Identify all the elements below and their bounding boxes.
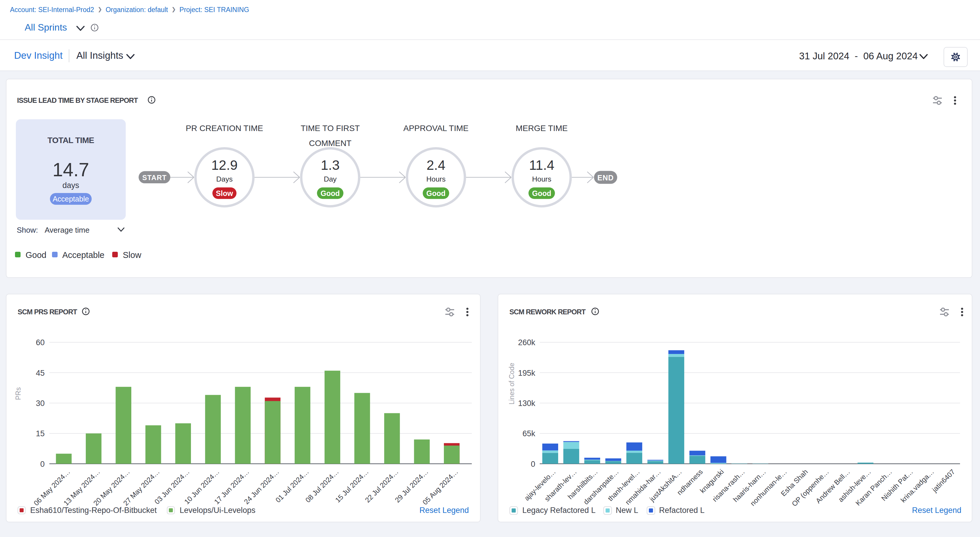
svg-text:0: 0	[40, 460, 45, 469]
svg-text:Reset Legend: Reset Legend	[912, 506, 961, 515]
svg-text:2.4: 2.4	[426, 157, 445, 173]
svg-text:Refactored L: Refactored L	[659, 506, 705, 515]
svg-text:130k: 130k	[518, 399, 535, 408]
svg-text:60: 60	[36, 338, 45, 347]
svg-text:11.4: 11.4	[529, 157, 554, 173]
svg-text:APPROVAL TIME: APPROVAL TIME	[403, 124, 469, 133]
svg-text:0: 0	[531, 460, 535, 469]
svg-text:COMMENT: COMMENT	[309, 139, 352, 148]
svg-text:END: END	[598, 174, 614, 182]
svg-text:Levelops/Ui-Levelops: Levelops/Ui-Levelops	[180, 506, 255, 515]
svg-text:Day: Day	[324, 175, 337, 183]
svg-text:1.3: 1.3	[321, 157, 340, 173]
svg-text:TIME TO FIRST: TIME TO FIRST	[301, 124, 360, 133]
svg-text:New L: New L	[616, 506, 638, 515]
svg-text:65k: 65k	[522, 429, 535, 438]
svg-text:Slow: Slow	[216, 189, 233, 197]
svg-text:nonhuman-le…: nonhuman-le…	[749, 468, 788, 507]
svg-text:Esha610/Testing-Repo-Of-Bitbuc: Esha610/Testing-Repo-Of-Bitbucket	[30, 506, 157, 515]
svg-text:195k: 195k	[518, 369, 535, 378]
svg-text:MERGE TIME: MERGE TIME	[516, 124, 568, 133]
svg-text:45: 45	[36, 369, 45, 378]
svg-text:START: START	[142, 174, 167, 181]
svg-text:30: 30	[36, 399, 45, 408]
svg-text:PR CREATION TIME: PR CREATION TIME	[186, 124, 263, 133]
svg-text:jatin6407: jatin6407	[931, 468, 956, 494]
svg-text:Hours: Hours	[532, 175, 551, 183]
svg-text:Legacy Refactored L: Legacy Refactored L	[522, 506, 595, 515]
svg-text:260k: 260k	[518, 338, 535, 347]
svg-text:Reset Legend: Reset Legend	[420, 506, 469, 515]
svg-text:Days: Days	[216, 175, 233, 183]
svg-text:OP (oppenhe…: OP (oppenhe…	[790, 468, 830, 508]
svg-text:PRs: PRs	[14, 387, 22, 400]
svg-text:15: 15	[36, 429, 45, 438]
svg-text:Lines of Code: Lines of Code	[508, 363, 515, 405]
svg-text:Hours: Hours	[426, 175, 445, 183]
svg-text:Good: Good	[426, 189, 445, 197]
svg-text:Good: Good	[320, 189, 340, 197]
svg-text:Karan Panch…: Karan Panch…	[854, 468, 893, 507]
svg-text:Good: Good	[532, 189, 551, 197]
svg-text:12.9: 12.9	[211, 157, 238, 173]
